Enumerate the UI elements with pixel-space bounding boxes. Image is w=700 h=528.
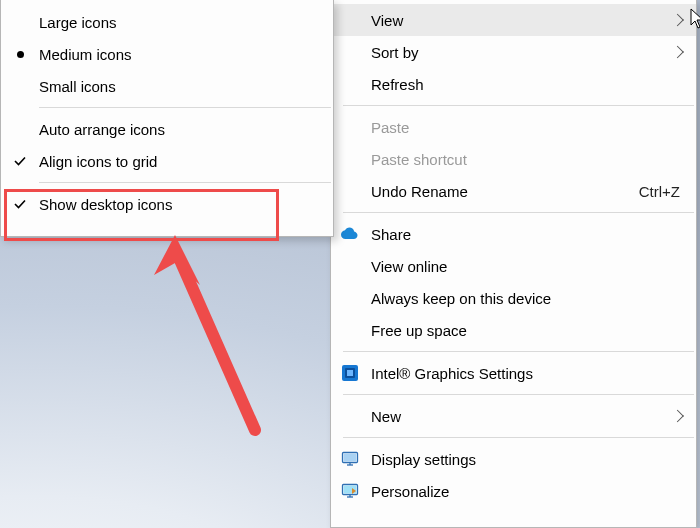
menu-item-intel-graphics[interactable]: Intel® Graphics Settings [331,357,696,389]
chevron-right-icon [671,410,684,423]
submenu-item-medium-icons[interactable]: Medium icons [1,38,333,70]
menu-item-label: Large icons [39,14,117,31]
desktop-context-menu: View Sort by Refresh Paste Paste shortcu… [330,0,697,528]
menu-item-sort-by[interactable]: Sort by [331,36,696,68]
radio-selected-icon [11,45,29,63]
monitor-icon [341,450,359,468]
menu-item-label: Paste shortcut [371,151,467,168]
menu-item-display-settings[interactable]: Display settings [331,443,696,475]
menu-item-label: Share [371,226,411,243]
menu-separator [343,437,694,438]
menu-item-label: View [371,12,403,29]
submenu-item-show-desktop-icons[interactable]: Show desktop icons [1,188,333,220]
menu-item-label: Refresh [371,76,424,93]
svg-rect-2 [347,370,353,376]
submenu-item-align-to-grid[interactable]: Align icons to grid [1,145,333,177]
menu-item-personalize[interactable]: Personalize [331,475,696,507]
chevron-right-icon [671,14,684,27]
menu-item-label: Free up space [371,322,467,339]
menu-item-refresh[interactable]: Refresh [331,68,696,100]
intel-graphics-icon [341,364,359,382]
menu-item-label: New [371,408,401,425]
checkmark-icon [11,152,29,170]
svg-rect-8 [344,486,357,494]
menu-item-always-keep[interactable]: Always keep on this device [331,282,696,314]
menu-separator [39,107,331,108]
menu-separator [39,182,331,183]
menu-item-paste: Paste [331,111,696,143]
menu-item-new[interactable]: New [331,400,696,432]
menu-item-label: Sort by [371,44,419,61]
menu-separator [343,351,694,352]
menu-item-label: Small icons [39,78,116,95]
menu-item-label: Auto arrange icons [39,121,165,138]
menu-item-free-up-space[interactable]: Free up space [331,314,696,346]
checkmark-icon [11,195,29,213]
menu-item-undo-rename[interactable]: Undo Rename Ctrl+Z [331,175,696,207]
menu-item-view-online[interactable]: View online [331,250,696,282]
menu-item-label: Undo Rename [371,183,468,200]
menu-item-label: Intel® Graphics Settings [371,365,533,382]
menu-separator [343,105,694,106]
menu-item-label: Show desktop icons [39,196,172,213]
personalize-icon [341,482,359,500]
menu-item-paste-shortcut: Paste shortcut [331,143,696,175]
menu-item-label: Always keep on this device [371,290,551,307]
view-submenu: Large icons Medium icons Small icons Aut… [0,0,334,237]
submenu-item-auto-arrange[interactable]: Auto arrange icons [1,113,333,145]
menu-item-label: Personalize [371,483,449,500]
menu-item-shortcut: Ctrl+Z [639,183,680,200]
menu-item-share[interactable]: Share [331,218,696,250]
chevron-right-icon [671,46,684,59]
submenu-item-large-icons[interactable]: Large icons [1,6,333,38]
menu-item-label: View online [371,258,447,275]
cloud-share-icon [341,225,359,243]
submenu-item-small-icons[interactable]: Small icons [1,70,333,102]
menu-item-label: Display settings [371,451,476,468]
svg-rect-4 [344,454,357,462]
menu-separator [343,212,694,213]
menu-separator [343,394,694,395]
menu-item-label: Paste [371,119,409,136]
menu-item-label: Align icons to grid [39,153,157,170]
menu-item-view[interactable]: View [331,4,696,36]
menu-item-label: Medium icons [39,46,132,63]
